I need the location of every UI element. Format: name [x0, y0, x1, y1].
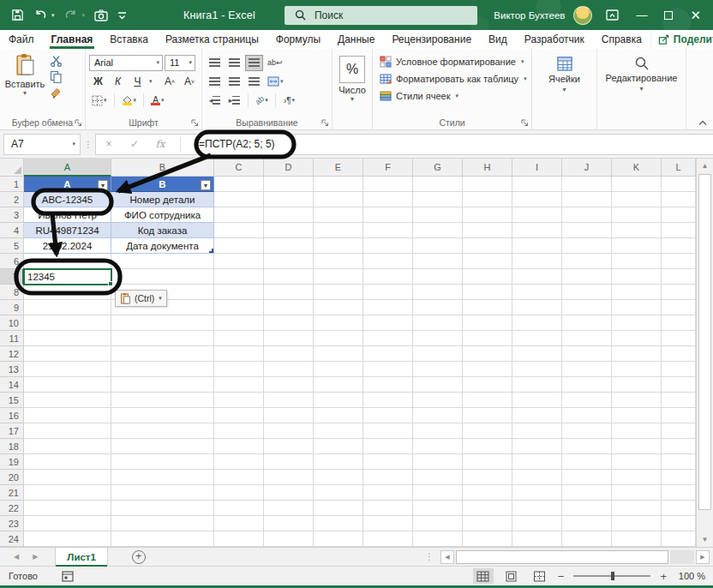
cell-L2[interactable] — [662, 192, 696, 207]
cell-F18[interactable] — [363, 439, 413, 454]
cell-C1[interactable] — [214, 177, 264, 192]
account-area[interactable]: Виктор Бухтеев — [494, 6, 592, 25]
cell-C17[interactable] — [214, 423, 264, 439]
cell-I2[interactable] — [512, 192, 562, 207]
cell-G19[interactable] — [413, 454, 463, 470]
row-header-9[interactable]: 9 — [0, 300, 24, 315]
tab-Справка[interactable]: Справка — [593, 30, 650, 49]
cell-J16[interactable] — [562, 408, 612, 423]
cell-C16[interactable] — [214, 408, 264, 423]
cell-C21[interactable] — [214, 485, 264, 501]
cell-F23[interactable] — [363, 516, 413, 531]
cell-D13[interactable] — [264, 362, 314, 377]
format-as-table-button[interactable]: Форматировать как таблицу▾ — [380, 70, 528, 87]
cell-K9[interactable] — [612, 300, 662, 315]
horizontal-scrollbar[interactable]: ⋮ ◀ ▶ — [425, 550, 710, 564]
cell-B15[interactable] — [111, 393, 214, 408]
cell-B11[interactable] — [111, 331, 214, 346]
cell-B2[interactable]: Номер детали — [111, 192, 214, 207]
filter-dropdown-icon[interactable]: ▼ — [98, 180, 108, 190]
cell-A3[interactable]: Иванов Петр — [24, 207, 111, 223]
zoom-level[interactable]: 100 % — [674, 571, 705, 581]
minimize-button[interactable]: — — [636, 9, 647, 21]
cell-C9[interactable] — [214, 300, 264, 315]
cell-F7[interactable] — [363, 269, 413, 285]
paste-button[interactable]: Вставить ▾ — [3, 53, 46, 116]
cell-C11[interactable] — [214, 331, 264, 346]
cell-B23[interactable] — [111, 516, 214, 531]
cell-C18[interactable] — [214, 439, 264, 454]
cell-I23[interactable] — [512, 516, 562, 531]
cell-J14[interactable] — [562, 377, 612, 393]
vertical-scroll-thumb[interactable] — [698, 174, 711, 510]
cell-H1[interactable] — [463, 177, 512, 192]
cell-F4[interactable] — [363, 223, 413, 238]
cell-J15[interactable] — [562, 393, 612, 408]
cell-G1[interactable] — [413, 177, 463, 192]
cell-L20[interactable] — [662, 470, 696, 485]
cell-A17[interactable] — [24, 423, 111, 439]
cell-J20[interactable] — [562, 470, 612, 485]
cell-C15[interactable] — [214, 393, 264, 408]
cell-E1[interactable] — [314, 177, 363, 192]
cell-D6[interactable] — [264, 254, 314, 269]
cell-C23[interactable] — [214, 516, 264, 531]
cell-L22[interactable] — [662, 501, 696, 516]
cell-J9[interactable] — [562, 300, 612, 315]
cell-J1[interactable] — [562, 177, 612, 192]
cell-L14[interactable] — [662, 377, 696, 393]
cell-J19[interactable] — [562, 454, 612, 470]
insert-function-icon[interactable]: fx — [147, 138, 173, 150]
row-header-18[interactable]: 18 — [0, 439, 24, 454]
column-header-B[interactable]: B — [111, 159, 214, 177]
cell-I12[interactable] — [512, 346, 562, 362]
cell-A7[interactable]: 12345 — [24, 269, 111, 285]
cell-B20[interactable] — [111, 470, 214, 485]
decrease-indent-button[interactable]: ◂ — [206, 93, 224, 109]
cell-E3[interactable] — [314, 207, 363, 223]
tab-Вид[interactable]: Вид — [480, 30, 516, 49]
cell-G18[interactable] — [413, 439, 463, 454]
cell-D7[interactable] — [264, 269, 314, 285]
align-left-button[interactable] — [206, 74, 224, 90]
scroll-right-icon[interactable]: ▶ — [696, 550, 710, 564]
cell-H3[interactable] — [463, 207, 512, 223]
zoom-slider[interactable] — [573, 575, 650, 577]
cell-H17[interactable] — [463, 423, 512, 439]
cell-D10[interactable] — [264, 315, 314, 331]
cell-F12[interactable] — [363, 346, 413, 362]
cell-E15[interactable] — [314, 393, 363, 408]
cell-C14[interactable] — [214, 377, 264, 393]
cell-I8[interactable] — [512, 285, 562, 300]
cell-I24[interactable] — [512, 531, 562, 547]
align-bottom-button[interactable] — [245, 55, 263, 71]
cell-K14[interactable] — [612, 377, 662, 393]
cell-L15[interactable] — [662, 393, 696, 408]
cell-K22[interactable] — [612, 501, 662, 516]
cell-C4[interactable] — [214, 223, 264, 238]
cell-G10[interactable] — [413, 315, 463, 331]
camera-icon[interactable] — [94, 9, 108, 21]
collapse-ribbon-icon[interactable] — [698, 119, 708, 126]
cell-B13[interactable] — [111, 362, 214, 377]
cell-K7[interactable] — [612, 269, 662, 285]
cell-K11[interactable] — [612, 331, 662, 346]
cells-button[interactable]: Ячейки ▾ — [536, 53, 593, 116]
cell-J11[interactable] — [562, 331, 612, 346]
row-header-6[interactable]: 6 — [0, 254, 24, 269]
chevron-down-icon[interactable]: ▾ — [149, 78, 153, 85]
column-header-H[interactable]: H — [463, 159, 512, 177]
cell-E18[interactable] — [314, 439, 363, 454]
formula-input-area[interactable]: × ✓ fx =ПСТР(A2; 5; 5) — [95, 134, 713, 155]
save-icon[interactable] — [11, 9, 24, 21]
cell-H15[interactable] — [463, 393, 512, 408]
cell-B17[interactable] — [111, 423, 214, 439]
cell-J22[interactable] — [562, 501, 612, 516]
cell-B19[interactable] — [111, 454, 214, 470]
align-top-button[interactable] — [206, 55, 224, 71]
cell-F21[interactable] — [363, 485, 413, 501]
cell-E7[interactable] — [314, 269, 363, 285]
cell-A12[interactable] — [24, 346, 111, 362]
cell-H20[interactable] — [463, 470, 512, 485]
tab-Файл[interactable]: Файл — [0, 30, 43, 49]
